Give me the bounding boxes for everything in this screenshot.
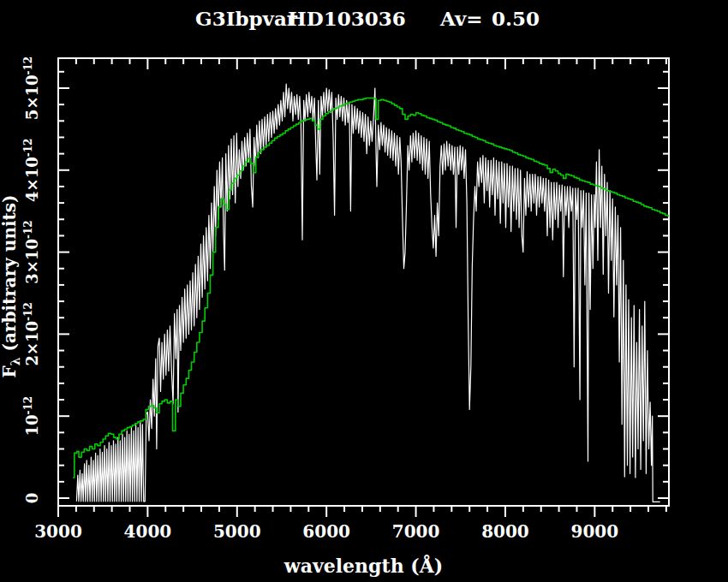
x-tick-label: 8000 <box>481 521 529 542</box>
screen: G3Ibpvar HD103036 Av= 0.50 3000400050006… <box>0 0 728 582</box>
title-av-label: Av= <box>440 7 483 30</box>
y-tick-label: 5×10-12 <box>22 56 41 120</box>
y-tick-label: 3×10-12 <box>22 220 41 283</box>
y-tick-label: 10-12 <box>22 396 41 436</box>
y-tick-label: 4×10-12 <box>22 139 41 202</box>
y-tick-label: 2×10-12 <box>22 302 41 365</box>
title-av-value: 0.50 <box>492 7 540 30</box>
spectrum-plot-canvas: 3000400050006000700080009000010-122×10-1… <box>0 0 728 582</box>
x-axis-label: wavelength (Å) <box>283 555 443 577</box>
x-tick-label: 3000 <box>34 521 82 542</box>
x-tick-label: 6000 <box>302 521 350 542</box>
observed-spectrum-line <box>76 84 659 502</box>
x-tick-label: 4000 <box>124 521 172 542</box>
x-tick-label: 9000 <box>571 521 619 542</box>
y-tick-label: 0 <box>23 493 41 504</box>
x-tick-label: 7000 <box>392 521 440 542</box>
title-star-id: HD103036 <box>288 7 406 30</box>
x-tick-label: 5000 <box>213 521 261 542</box>
title-object-class: G3Ibpvar <box>195 7 297 30</box>
y-axis-label: Fλ (arbitrary units) <box>0 194 22 377</box>
